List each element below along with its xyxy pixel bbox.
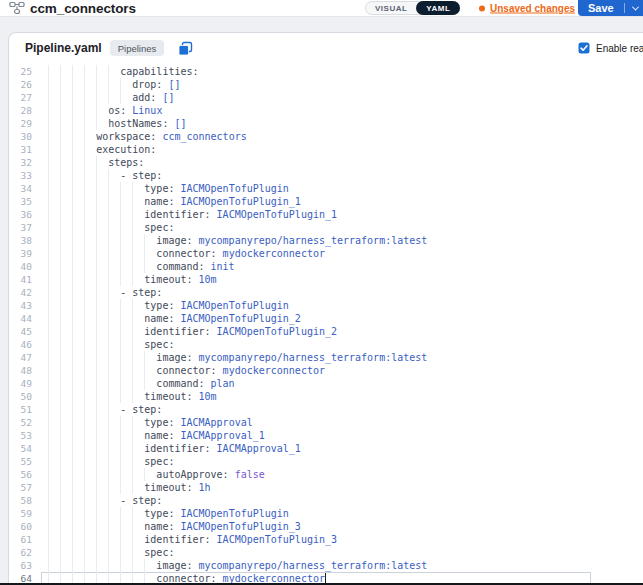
page-title: ccm_connectors (30, 1, 136, 16)
line-number: 62 (9, 546, 41, 559)
line-number: 53 (9, 429, 41, 442)
visual-yaml-toggle: VISUAL YAML (365, 1, 460, 15)
yaml-editor[interactable]: 25capabilities:26drop: []27add: []28os: … (9, 63, 643, 585)
code-line[interactable]: 49command: plan (9, 377, 643, 390)
line-number: 48 (9, 364, 41, 377)
line-number: 63 (9, 559, 41, 572)
line-number: 33 (9, 169, 41, 182)
code-line[interactable]: 45identifier: IACMOpenTofuPlugin_2 (9, 325, 643, 338)
code-line[interactable]: 54identifier: IACMApproval_1 (9, 442, 643, 455)
code-line[interactable]: 26drop: [] (9, 78, 643, 91)
line-number: 61 (9, 533, 41, 546)
save-split-button: Save (578, 0, 643, 16)
code-line[interactable]: 35name: IACMOpenTofuPlugin_1 (9, 195, 643, 208)
code-line[interactable]: 39connector: mydockerconnector (9, 247, 643, 260)
line-number: 58 (9, 494, 41, 507)
code-line[interactable]: 33- step: (9, 169, 643, 182)
line-number: 27 (9, 91, 41, 104)
checkbox-checked-icon (578, 42, 590, 54)
code-line[interactable]: 55spec: (9, 455, 643, 468)
line-number: 31 (9, 143, 41, 156)
line-number: 47 (9, 351, 41, 364)
dot-icon (479, 5, 485, 11)
line-number: 50 (9, 390, 41, 403)
line-number: 56 (9, 468, 41, 481)
line-number: 41 (9, 273, 41, 286)
line-number: 32 (9, 156, 41, 169)
code-line[interactable]: 47image: mycompanyrepo/harness_terraform… (9, 351, 643, 364)
code-line[interactable]: 31execution: (9, 143, 643, 156)
line-number: 42 (9, 286, 41, 299)
code-line[interactable]: 62spec: (9, 546, 643, 559)
code-line[interactable]: 38image: mycompanyrepo/harness_terraform… (9, 234, 643, 247)
code-line[interactable]: 58- step: (9, 494, 643, 507)
line-number: 28 (9, 104, 41, 117)
code-line[interactable]: 61identifier: IACMOpenTofuPlugin_3 (9, 533, 643, 546)
code-line[interactable]: 41timeout: 10m (9, 273, 643, 286)
code-line[interactable]: 52type: IACMApproval (9, 416, 643, 429)
code-line[interactable]: 30workspace: ccm_connectors (9, 130, 643, 143)
code-line[interactable]: 51- step: (9, 403, 643, 416)
unsaved-changes-indicator: Unsaved changes (479, 3, 575, 14)
code-line[interactable]: 32steps: (9, 156, 643, 169)
code-line[interactable]: 46spec: (9, 338, 643, 351)
yaml-panel-header: Pipeline.yaml Pipelines Enable read/ (9, 33, 643, 63)
code-line[interactable]: 63image: mycompanyrepo/harness_terraform… (9, 559, 643, 572)
line-number: 45 (9, 325, 41, 338)
enable-readonly-checkbox[interactable] (578, 42, 590, 54)
code-line[interactable]: 34type: IACMOpenTofuPlugin (9, 182, 643, 195)
line-number: 29 (9, 117, 41, 130)
code-line[interactable]: 48connector: mydockerconnector (9, 364, 643, 377)
code-line[interactable]: 43type: IACMOpenTofuPlugin (9, 299, 643, 312)
line-number: 59 (9, 507, 41, 520)
line-number: 30 (9, 130, 41, 143)
line-number: 54 (9, 442, 41, 455)
line-number: 46 (9, 338, 41, 351)
line-number: 35 (9, 195, 41, 208)
code-line[interactable]: 36identifier: IACMOpenTofuPlugin_1 (9, 208, 643, 221)
code-line[interactable]: 40command: init (9, 260, 643, 273)
code-line[interactable]: 56autoApprove: false (9, 468, 643, 481)
line-number: 57 (9, 481, 41, 494)
save-button[interactable]: Save (578, 0, 624, 16)
line-number: 40 (9, 260, 41, 273)
code-line[interactable]: 57timeout: 1h (9, 481, 643, 494)
chevron-down-icon (632, 3, 639, 10)
line-number: 36 (9, 208, 41, 221)
line-number: 49 (9, 377, 41, 390)
line-number: 38 (9, 234, 41, 247)
line-number: 39 (9, 247, 41, 260)
code-line[interactable]: 44name: IACMOpenTofuPlugin_2 (9, 312, 643, 325)
enable-readonly-label[interactable]: Enable read/ (596, 43, 643, 54)
line-number: 55 (9, 455, 41, 468)
line-number: 52 (9, 416, 41, 429)
unsaved-changes-link[interactable]: Unsaved changes (490, 3, 575, 14)
code-line[interactable]: 50timeout: 10m (9, 390, 643, 403)
toggle-visual[interactable]: VISUAL (366, 2, 416, 14)
line-number: 26 (9, 78, 41, 91)
line-number: 25 (9, 65, 41, 78)
line-number: 60 (9, 520, 41, 533)
code-line[interactable]: 60name: IACMOpenTofuPlugin_3 (9, 520, 643, 533)
copy-yaml-button[interactable] (178, 41, 193, 56)
pipeline-graph-icon (9, 1, 25, 15)
code-line[interactable]: 59type: IACMOpenTofuPlugin (9, 507, 643, 520)
code-line[interactable]: 37spec: (9, 221, 643, 234)
code-line[interactable]: 29hostNames: [] (9, 117, 643, 130)
file-name: Pipeline.yaml (25, 41, 102, 55)
code-line[interactable]: 27add: [] (9, 91, 643, 104)
line-number: 43 (9, 299, 41, 312)
enable-readonly-group: Enable read/ (578, 42, 643, 54)
save-dropdown-button[interactable] (625, 0, 643, 16)
code-line[interactable]: 28os: Linux (9, 104, 643, 117)
line-number: 37 (9, 221, 41, 234)
toggle-yaml[interactable]: YAML (416, 1, 460, 15)
pipelines-badge: Pipelines (110, 40, 165, 56)
line-number: 51 (9, 403, 41, 416)
copy-icon (178, 41, 193, 56)
code-line[interactable]: 53name: IACMApproval_1 (9, 429, 643, 442)
code-line[interactable]: 25capabilities: (9, 65, 643, 78)
pipeline-header: ccm_connectors VISUAL YAML Unsaved chang… (0, 0, 643, 17)
code-line[interactable]: 42- step: (9, 286, 643, 299)
yaml-panel: Pipeline.yaml Pipelines Enable read/ 25c… (8, 32, 643, 585)
